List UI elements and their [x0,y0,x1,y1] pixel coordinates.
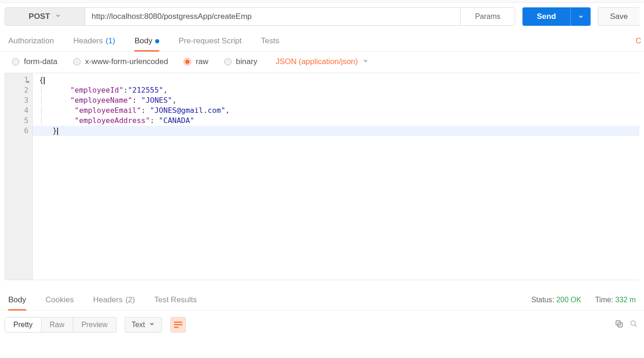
tab-prerequest-label: Pre-request Script [179,36,242,46]
tab-headers-label: Headers [73,36,103,46]
response-tab-body[interactable]: Body [8,290,26,311]
radio-icon [12,58,19,65]
view-pretty-label: Pretty [13,321,33,329]
svg-rect-2 [174,327,179,328]
status-value: 200 OK [556,296,581,304]
response-headers-count-badge: (2) [125,295,135,305]
body-type-formdata[interactable]: form-data [12,57,58,66]
content-type-label: JSON (application/json) [276,57,358,66]
status-label: Status: [531,296,554,304]
svg-rect-0 [174,322,182,323]
radio-icon [224,58,232,65]
body-type-formdata-label: form-data [24,57,58,66]
response-tab-cookies-label: Cookies [46,295,74,305]
request-url-input[interactable] [85,8,460,25]
view-preview-label: Preview [81,321,108,329]
params-button[interactable]: Params [460,8,515,25]
radio-checked-icon [184,58,191,65]
time-label: Time: [595,296,613,304]
response-tab-cookies[interactable]: Cookies [46,289,74,310]
http-method-value: POST [29,12,50,21]
send-button[interactable]: Send [522,7,570,26]
response-view-mode: Pretty Raw Preview [5,317,116,333]
radio-icon [73,58,81,65]
body-type-urlencoded-label: x-www-form-urlencoded [85,57,168,66]
tab-tests-label: Tests [261,36,279,46]
response-tab-testresults[interactable]: Test Results [154,289,197,310]
send-label: Send [537,12,556,21]
body-type-raw-label: raw [196,57,208,66]
tab-body[interactable]: Body [134,31,159,52]
body-type-urlencoded[interactable]: x-www-form-urlencoded [73,57,168,66]
view-raw-label: Raw [50,321,64,329]
response-tab-headers[interactable]: Headers (2) [93,289,135,310]
view-pretty-button[interactable]: Pretty [5,317,41,332]
http-method-select[interactable]: POST [5,8,85,25]
tab-authorization-label: Authorization [8,36,54,46]
headers-count-badge: (1) [106,36,116,46]
response-status: Status: 200 OK [531,296,581,304]
send-dropdown-button[interactable] [570,7,591,26]
svg-point-5 [631,321,635,325]
tab-prerequest[interactable]: Pre-request Script [179,30,242,51]
chevron-down-icon [149,321,155,329]
response-format-select[interactable]: Text [125,317,162,333]
body-type-raw[interactable]: raw [184,57,208,66]
wrap-lines-button[interactable] [170,317,186,333]
tab-tests[interactable]: Tests [261,30,279,51]
unsaved-dot-icon [155,39,159,43]
editor-code-area[interactable]: {│ "employeeId":"212555",│ "employeeName… [33,73,639,280]
search-icon[interactable] [629,319,638,331]
view-raw-button[interactable]: Raw [41,317,73,332]
editor-gutter: 1▼23456 [5,73,33,280]
save-button[interactable]: Save [598,7,639,26]
request-body-editor[interactable]: 1▼23456 {│ "employeeId":"212555",│ "empl… [5,73,639,280]
tabs-overflow: C [636,36,641,46]
response-time: Time: 332 m [595,296,636,304]
body-type-binary[interactable]: binary [224,57,257,66]
view-preview-button[interactable]: Preview [73,317,116,332]
copy-icon[interactable] [615,319,624,331]
response-tab-headers-label: Headers [93,295,122,305]
save-label: Save [610,12,628,21]
tab-body-label: Body [134,36,152,46]
time-value: 332 m [615,296,636,304]
body-type-binary-label: binary [236,57,257,66]
tab-headers[interactable]: Headers (1) [73,30,115,51]
wrap-icon [174,322,182,328]
svg-line-6 [635,325,637,327]
svg-rect-1 [174,324,182,326]
content-type-select[interactable]: JSON (application/json) [276,57,369,66]
tab-authorization[interactable]: Authorization [8,30,54,51]
chevron-down-icon [362,57,369,66]
response-format-label: Text [132,321,145,329]
response-tab-body-label: Body [8,295,26,305]
response-tab-testresults-label: Test Results [154,295,197,305]
params-label: Params [475,12,500,21]
chevron-down-icon [55,12,61,21]
